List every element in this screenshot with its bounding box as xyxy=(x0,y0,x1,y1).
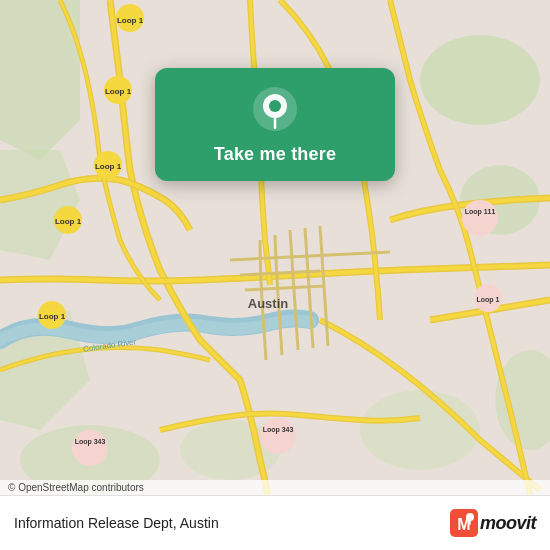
popup-card: Take me there xyxy=(155,68,395,181)
bottom-bar: Information Release Dept, Austin M moovi… xyxy=(0,495,550,550)
svg-text:Loop 111: Loop 111 xyxy=(465,208,496,216)
svg-text:Loop 343: Loop 343 xyxy=(263,426,294,434)
attribution-text: © OpenStreetMap contributors xyxy=(8,482,144,493)
map-container: Loop 1 Loop 1 Loop 1 Loop 1 Loop 1 Loop … xyxy=(0,0,550,495)
svg-point-32 xyxy=(269,100,281,112)
take-me-there-button[interactable]: Take me there xyxy=(214,142,336,167)
svg-point-35 xyxy=(466,513,474,521)
svg-text:Loop 1: Loop 1 xyxy=(95,162,122,171)
svg-text:Loop 1: Loop 1 xyxy=(55,217,82,226)
svg-point-18 xyxy=(260,418,296,454)
svg-text:Loop 1: Loop 1 xyxy=(39,312,66,321)
svg-text:Loop 1: Loop 1 xyxy=(117,16,144,25)
moovit-icon: M xyxy=(450,509,478,537)
svg-text:Loop 1: Loop 1 xyxy=(105,87,132,96)
svg-point-8 xyxy=(360,390,480,470)
moovit-logo: M moovit xyxy=(450,509,536,537)
svg-text:Loop 343: Loop 343 xyxy=(75,438,106,446)
location-pin-icon xyxy=(252,86,298,132)
moovit-text: moovit xyxy=(480,513,536,534)
svg-text:Austin: Austin xyxy=(248,296,289,311)
svg-point-17 xyxy=(72,430,108,466)
attribution-bar: © OpenStreetMap contributors xyxy=(0,480,550,495)
svg-point-15 xyxy=(462,200,498,236)
svg-text:Loop 1: Loop 1 xyxy=(477,296,500,304)
location-label: Information Release Dept, Austin xyxy=(14,515,450,531)
svg-point-1 xyxy=(420,35,540,125)
